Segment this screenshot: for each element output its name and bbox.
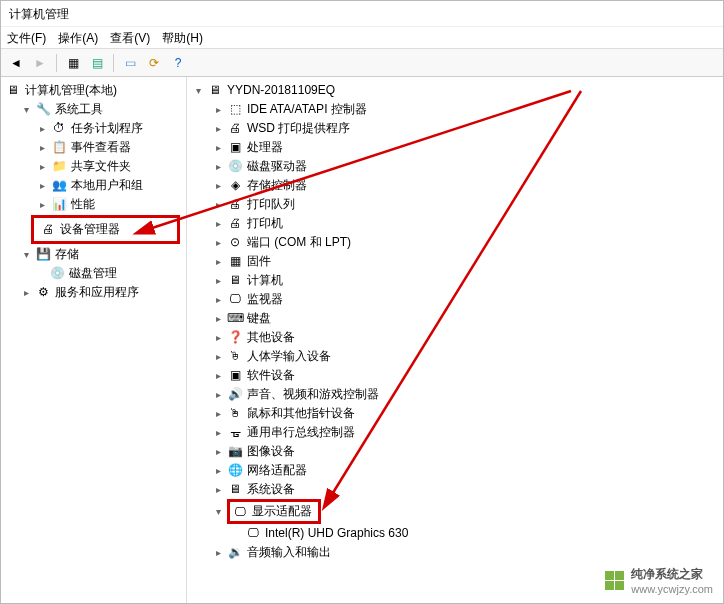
tree-device-manager[interactable]: 🖨 设备管理器 (34, 220, 177, 239)
chevron-right-icon[interactable]: ▸ (211, 217, 225, 231)
chevron-right-icon[interactable]: ▸ (211, 388, 225, 402)
tree-task-scheduler[interactable]: ▸ ⏱ 任务计划程序 (1, 119, 186, 138)
device-firmware[interactable]: ▸▦固件 (187, 252, 723, 271)
device-display-child[interactable]: 🖵Intel(R) UHD Graphics 630 (187, 524, 723, 543)
device-monitors[interactable]: ▸🖵监视器 (187, 290, 723, 309)
device-keyboard[interactable]: ▸⌨键盘 (187, 309, 723, 328)
chevron-right-icon[interactable]: ▸ (35, 198, 49, 212)
tree-label: 系统工具 (55, 100, 103, 119)
device-ports[interactable]: ▸⊙端口 (COM 和 LPT) (187, 233, 723, 252)
watermark: 纯净系统之家 www.ycwjzy.com (605, 566, 713, 595)
device-usb[interactable]: ▸ᚗ通用串行总线控制器 (187, 423, 723, 442)
usb-icon: ᚗ (227, 425, 243, 441)
device-other[interactable]: ▸❓其他设备 (187, 328, 723, 347)
chevron-right-icon[interactable]: ▸ (19, 286, 33, 300)
toolbar-window-button[interactable]: ▭ (119, 52, 141, 74)
chevron-right-icon[interactable]: ▸ (211, 407, 225, 421)
device-cpu[interactable]: ▸▣处理器 (187, 138, 723, 157)
chevron-right-icon[interactable]: ▸ (211, 426, 225, 440)
tree-label: 声音、视频和游戏控制器 (247, 385, 379, 404)
chevron-right-icon[interactable]: ▸ (211, 546, 225, 560)
toolbar-up-button[interactable]: ▦ (62, 52, 84, 74)
tree-label: 网络适配器 (247, 461, 307, 480)
chevron-right-icon[interactable]: ▸ (211, 350, 225, 364)
chevron-right-icon[interactable]: ▸ (211, 198, 225, 212)
tree-storage[interactable]: ▾ 💾 存储 (1, 245, 186, 264)
toolbar-separator (56, 54, 57, 72)
tree-disk-mgmt[interactable]: 💿 磁盘管理 (1, 264, 186, 283)
chevron-right-icon[interactable]: ▸ (211, 369, 225, 383)
chevron-right-icon[interactable]: ▸ (211, 274, 225, 288)
tree-label[interactable]: 显示适配器 (252, 503, 312, 520)
monitor-icon: 🖵 (227, 292, 243, 308)
toolbar-properties-button[interactable]: ▤ (86, 52, 108, 74)
chevron-right-icon[interactable]: ▸ (211, 236, 225, 250)
chevron-right-icon[interactable]: ▸ (35, 179, 49, 193)
device-printers[interactable]: ▸🖨打印机 (187, 214, 723, 233)
chevron-right-icon[interactable]: ▸ (211, 293, 225, 307)
tree-performance[interactable]: ▸ 📊 性能 (1, 195, 186, 214)
window-title-bar: 计算机管理 (1, 1, 723, 27)
device-ide[interactable]: ▸⬚IDE ATA/ATAPI 控制器 (187, 100, 723, 119)
chevron-down-icon[interactable]: ▾ (19, 103, 33, 117)
tree-event-viewer[interactable]: ▸ 📋 事件查看器 (1, 138, 186, 157)
chevron-right-icon[interactable]: ▸ (211, 464, 225, 478)
chevron-right-icon[interactable]: ▸ (35, 141, 49, 155)
tree-shared-folders[interactable]: ▸ 📁 共享文件夹 (1, 157, 186, 176)
device-storage-ctrl[interactable]: ▸◈存储控制器 (187, 176, 723, 195)
device-audio-io[interactable]: ▸🔉音频输入和输出 (187, 543, 723, 562)
toolbar-forward-button[interactable]: ► (29, 52, 51, 74)
display-adapter-icon: 🖵 (232, 504, 248, 520)
device-system[interactable]: ▸🖥系统设备 (187, 480, 723, 499)
chevron-right-icon[interactable]: ▸ (211, 312, 225, 326)
tree-root-computer-mgmt[interactable]: 🖥 计算机管理(本地) (1, 81, 186, 100)
tree-local-users[interactable]: ▸ 👥 本地用户和组 (1, 176, 186, 195)
chevron-right-icon[interactable]: ▸ (211, 141, 225, 155)
print-queue-icon: 🖨 (227, 197, 243, 213)
menu-action[interactable]: 操作(A) (58, 27, 98, 48)
chevron-right-icon[interactable]: ▸ (211, 483, 225, 497)
clock-icon: ⏱ (51, 121, 67, 137)
main-content: 🖥 计算机管理(本地) ▾ 🔧 系统工具 ▸ ⏱ 任务计划程序 ▸ 📋 事件查看… (1, 77, 723, 604)
menu-file[interactable]: 文件(F) (7, 27, 46, 48)
toolbar-refresh-button[interactable]: ⟳ (143, 52, 165, 74)
wsd-icon: 🖨 (227, 121, 243, 137)
device-disk-drives[interactable]: ▸💿磁盘驱动器 (187, 157, 723, 176)
chevron-right-icon[interactable]: ▸ (211, 179, 225, 193)
chevron-down-icon[interactable]: ▾ (211, 505, 225, 519)
menu-view[interactable]: 查看(V) (110, 27, 150, 48)
device-software[interactable]: ▸▣软件设备 (187, 366, 723, 385)
chevron-down-icon[interactable]: ▾ (191, 84, 205, 98)
firmware-icon: ▦ (227, 254, 243, 270)
tree-system-tools[interactable]: ▾ 🔧 系统工具 (1, 100, 186, 119)
menu-help[interactable]: 帮助(H) (162, 27, 203, 48)
device-root[interactable]: ▾ 🖥 YYDN-20181109EQ (187, 81, 723, 100)
window-icon: ▭ (125, 56, 136, 70)
chevron-right-icon[interactable]: ▸ (211, 331, 225, 345)
tree-label: 图像设备 (247, 442, 295, 461)
device-print-queue[interactable]: ▸🖨打印队列 (187, 195, 723, 214)
device-mouse[interactable]: ▸🖱鼠标和其他指针设备 (187, 404, 723, 423)
chevron-right-icon[interactable]: ▸ (35, 122, 49, 136)
device-sound[interactable]: ▸🔊声音、视频和游戏控制器 (187, 385, 723, 404)
toolbar-back-button[interactable]: ◄ (5, 52, 27, 74)
device-network[interactable]: ▸🌐网络适配器 (187, 461, 723, 480)
chevron-right-icon[interactable]: ▸ (211, 122, 225, 136)
chevron-down-icon[interactable]: ▾ (19, 248, 33, 262)
left-tree-pane: 🖥 计算机管理(本地) ▾ 🔧 系统工具 ▸ ⏱ 任务计划程序 ▸ 📋 事件查看… (1, 77, 187, 604)
tree-services-apps[interactable]: ▸ ⚙ 服务和应用程序 (1, 283, 186, 302)
chevron-right-icon[interactable]: ▸ (211, 103, 225, 117)
tree-label: 计算机 (247, 271, 283, 290)
chevron-right-icon[interactable]: ▸ (211, 160, 225, 174)
device-computer[interactable]: ▸🖥计算机 (187, 271, 723, 290)
chevron-right-icon[interactable]: ▸ (211, 445, 225, 459)
device-wsd[interactable]: ▸🖨WSD 打印提供程序 (187, 119, 723, 138)
chevron-right-icon[interactable]: ▸ (35, 160, 49, 174)
device-image[interactable]: ▸📷图像设备 (187, 442, 723, 461)
mouse-icon: 🖱 (227, 406, 243, 422)
chevron-right-icon[interactable]: ▸ (211, 255, 225, 269)
device-hid[interactable]: ▸🖰人体学输入设备 (187, 347, 723, 366)
users-icon: 👥 (51, 178, 67, 194)
toolbar-help-button[interactable]: ? (167, 52, 189, 74)
tree-label: 共享文件夹 (71, 157, 131, 176)
